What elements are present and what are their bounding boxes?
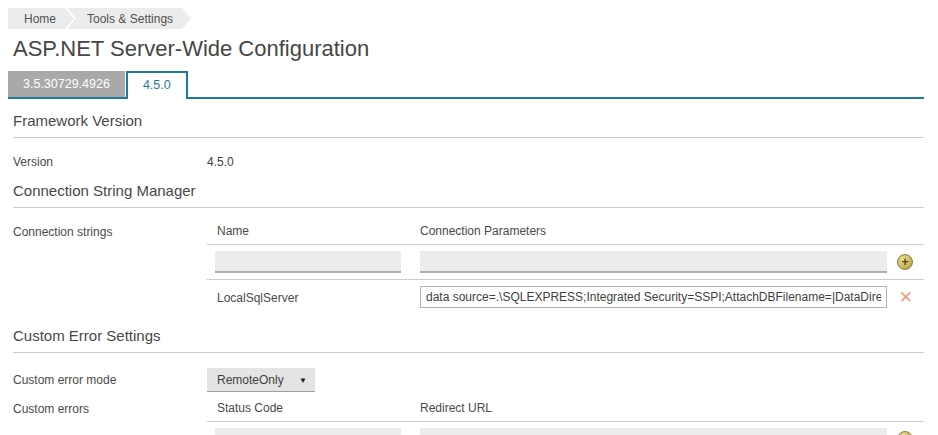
connection-string-row-localsqlserver: LocalSqlServer ✕ [207,280,924,314]
plus-icon: + [901,255,908,269]
connection-strings-table-header: Name Connection Parameters [207,221,924,245]
breadcrumb-tools-and-settings[interactable]: Tools & Settings [67,8,191,29]
add-connection-string-button[interactable]: + [897,254,913,270]
new-redirect-url-input[interactable] [420,428,887,435]
new-connection-params-input[interactable] [420,251,887,273]
custom-error-mode-select[interactable]: RemoteOnly [207,368,315,392]
name-column-header: Name [207,224,420,238]
new-status-code-input[interactable] [215,428,401,435]
custom-error-mode-row: Custom error mode RemoteOnly ▼ [13,368,924,392]
connection-string-manager-heading: Connection String Manager [13,182,924,208]
page-title: ASP.NET Server-Wide Configuration [13,36,924,62]
custom-errors-label: Custom errors [13,398,207,416]
version-row: Version 4.5.0 [13,151,924,169]
custom-error-settings-heading: Custom Error Settings [13,327,924,353]
custom-errors-table-header: Status Code Redirect URL [207,398,924,422]
new-connection-name-input[interactable] [215,251,401,273]
new-connection-string-row: + [207,245,924,280]
breadcrumb-home[interactable]: Home [8,8,74,29]
custom-errors-table: Status Code Redirect URL + [207,398,924,435]
remove-x-icon: ✕ [899,288,913,307]
breadcrumb: Home Tools & Settings [8,8,924,29]
connection-params-input[interactable] [420,286,887,308]
connection-strings-row: Connection strings Name Connection Param… [13,221,924,314]
framework-version-tabs: 3.5.30729.4926 4.5.0 [8,71,924,99]
new-custom-error-row: + [207,422,924,435]
custom-error-mode-label: Custom error mode [13,368,207,387]
aspnet-config-page: Home Tools & Settings ASP.NET Server-Wid… [0,0,938,435]
tab-3-5-30729-4926[interactable]: 3.5.30729.4926 [8,71,125,97]
redirect-url-column-header: Redirect URL [420,401,887,415]
custom-errors-row: Custom errors Status Code Redirect URL + [13,398,924,435]
custom-error-mode-select-wrap: RemoteOnly ▼ [207,368,315,392]
status-code-column-header: Status Code [207,401,420,415]
framework-version-heading: Framework Version [13,112,924,138]
add-custom-error-button[interactable]: + [897,431,913,435]
connection-strings-table: Name Connection Parameters + LocalSqlSer… [207,221,924,314]
version-value: 4.5.0 [207,151,234,169]
connection-name-text: LocalSqlServer [207,291,298,305]
remove-connection-string-button[interactable]: ✕ [899,289,913,306]
tab-4-5-0[interactable]: 4.5.0 [126,71,188,99]
connection-parameters-column-header: Connection Parameters [420,224,887,238]
version-label: Version [13,151,207,169]
connection-strings-label: Connection strings [13,221,207,239]
